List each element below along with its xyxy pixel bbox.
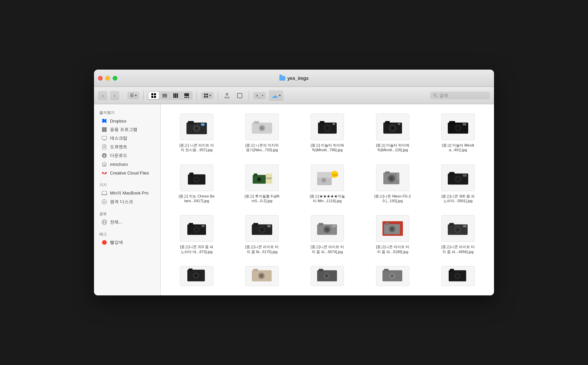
file-item[interactable] [429,263,487,289]
svg-point-143 [391,275,393,276]
documents-icon [101,144,107,150]
svg-rect-135 [319,269,323,271]
shared-all-label: 전체... [110,219,122,225]
finder-window: yes_imgs ‹ › ☰ ▾ [94,70,494,295]
file-thumbnail [376,165,409,191]
svg-rect-99 [202,225,205,227]
file-item[interactable]: SALE [중고]★★★★★미놀타 Min...1116].jpg [298,162,357,206]
svg-rect-0 [151,93,153,95]
file-item[interactable] [363,263,422,289]
file-thumbnail [376,114,409,140]
svg-point-51 [326,127,329,129]
main-content: 즐겨찾기 Dropbox 응용 프로그램 [94,104,494,295]
file-item[interactable]: [중고]니콘 310 줌 파노라마 데...673].jpg [167,212,226,257]
svg-point-30 [102,199,107,204]
svg-rect-107 [319,223,323,225]
sidebar-item-desktop[interactable]: 데스크탑 [96,134,158,143]
view-list-button[interactable] [159,92,170,99]
svg-rect-83 [385,171,390,174]
file-thumbnail [180,215,213,242]
folder-icon [279,76,285,81]
file-item[interactable]: [중고]니콘 Nikon FG-20 [...193].jpg [363,162,422,206]
view-column-button[interactable] [170,92,181,99]
svg-rect-111 [332,225,336,227]
file-thumbnail [376,215,409,242]
maximize-button[interactable] [113,76,117,81]
sidebar-item-documents[interactable]: 도큐멘트 [96,143,158,151]
sidebar-item-remote-disk[interactable]: 원격 디스크 [96,197,158,206]
minimize-button[interactable] [105,76,110,81]
forward-button[interactable]: › [110,91,119,100]
share-button[interactable] [222,91,232,100]
file-item[interactable]: [중고]니콘 라이트 터치 줌 파...5189].jpg [363,212,422,257]
svg-point-148 [457,275,458,276]
documents-label: 도큐멘트 [110,144,127,150]
file-item[interactable] [167,263,226,289]
file-item[interactable]: [중고]니콘 라이트 터치 줌 파...4956].jpg [429,212,487,257]
sidebar-item-minchoro[interactable]: minchoro [96,160,158,169]
svg-rect-123 [463,225,467,227]
window-title: yes_imgs [287,76,309,81]
file-name: [중고]니콘 300 줌 파노라마...5901].jpg [440,194,476,203]
file-name: [중고] 치논 Chinon Belami...0417].jpg [178,194,215,203]
view-icon-button[interactable] [148,92,159,99]
svg-rect-18 [237,93,242,98]
cloud-sync-button[interactable]: ☁ ▾ [269,90,283,101]
tag-button[interactable] [235,91,245,100]
file-name: [중고]니콘 라이트 터치 줌 파...5189].jpg [374,244,411,254]
svg-rect-8 [175,93,176,98]
file-item[interactable] [298,263,357,289]
file-item[interactable] [233,263,291,289]
terminal-button[interactable]: >_ ▾ [253,92,266,99]
sidebar-item-shared-all[interactable]: 전체... [96,218,158,226]
separator-2 [197,91,197,100]
file-item[interactable]: [중고] 미놀타 하이매틱[Minolt...126].jpg [363,111,422,155]
view-menu-button[interactable]: ☰ ▾ [127,92,139,99]
downloads-label: 다운로드 [110,153,127,159]
desktop-label: 데스크탑 [110,135,127,141]
file-thumbnail [311,266,344,286]
close-button[interactable] [98,76,103,81]
sidebar-item-creative-cloud[interactable]: Creative Cloud Files [96,169,158,177]
file-item[interactable]: [중고] 니콘 라이트 터치 전시용...957].jpg [167,111,226,155]
sidebar-item-downloads[interactable]: 다운로드 [96,151,158,160]
file-name: [중고]니콘 라이트 터치 줌 파...5674].jpg [309,244,346,254]
terminal-icon: >_ [256,93,260,98]
svg-rect-9 [177,93,178,98]
file-item[interactable]: [중고] 미놀타 Minolta...401].jpg [429,111,487,155]
sidebar-item-macbook[interactable]: Min의 MacBook Pro [96,189,158,197]
svg-rect-66 [189,173,193,175]
view-gallery-button[interactable] [181,92,192,99]
file-item[interactable]: FUJI [중고] 후지필름 FujifilmS...0-2].jpg [233,162,291,206]
svg-rect-125 [189,268,193,271]
svg-point-104 [261,229,263,230]
svg-point-81 [322,179,325,182]
sidebar: 즐겨찾기 Dropbox 응용 프로그램 [94,104,161,295]
file-thumbnail [180,266,213,286]
file-thumbnail [441,165,475,191]
svg-point-27 [102,172,104,174]
arrange-chevron: ▾ [209,94,211,97]
file-item[interactable]: [중고] 미놀타 하이매틱[Minolt...796].jpg [298,111,357,155]
search-input[interactable] [439,93,487,98]
file-item[interactable]: [중고]니콘 라이트 터치 줌 파...5674].jpg [298,212,357,257]
file-item[interactable]: [중고] 니콘의 마지막 명기[Niko...720].jpg [233,111,291,155]
favorites-label: 즐겨찾기 [94,108,160,117]
svg-rect-4 [162,94,167,95]
svg-rect-17 [206,96,208,98]
sidebar-item-apps[interactable]: 응용 프로그램 [96,125,158,134]
file-item[interactable]: [중고]니콘 300 줌 파노라마...5901].jpg [429,162,487,206]
titlebar: yes_imgs [94,70,494,87]
file-name: [중고] 니콘 라이트 터치 전시용...957].jpg [178,143,215,153]
sidebar-item-dropbox[interactable]: Dropbox [96,117,158,125]
file-item[interactable]: [중고] 치논 Chinon Belami...0417].jpg [167,162,226,206]
back-button[interactable]: ‹ [98,91,107,100]
svg-point-128 [195,275,197,276]
svg-point-19 [434,94,436,96]
sidebar-item-tag-red[interactable]: 빨강색 [96,238,158,247]
search-box[interactable] [430,92,490,99]
cloud-icon: ☁ [271,92,278,100]
arrange-button[interactable]: ▾ [201,92,214,99]
file-item[interactable]: [중고]니콘 라이트 터치 줌 Ni...5175].jpg [233,212,291,257]
svg-rect-58 [398,123,400,125]
